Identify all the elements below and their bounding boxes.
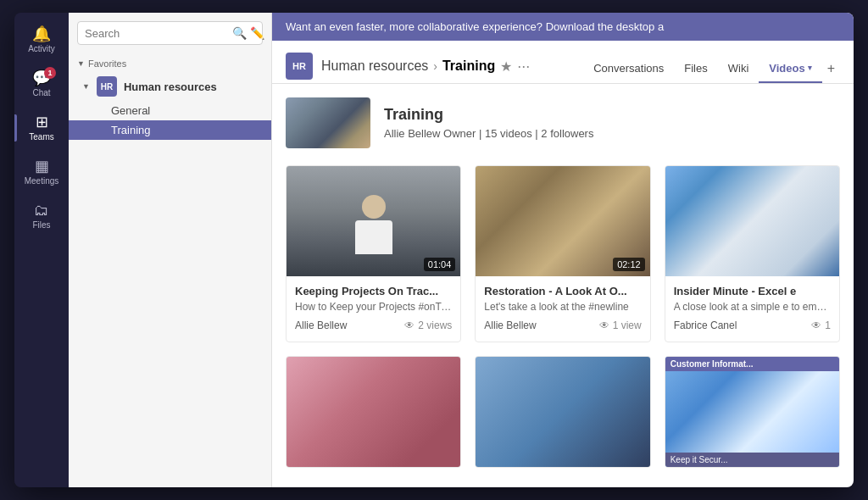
eye-icon-1: 👁 bbox=[404, 319, 415, 331]
channel-team-name: Human resources bbox=[321, 58, 428, 74]
customer-info-overlay: Customer Informat... bbox=[665, 357, 839, 371]
video-author-2: Allie Bellew bbox=[484, 319, 536, 331]
video-footer-1: Allie Bellew 👁 2 views bbox=[295, 319, 452, 331]
sidebar-item-activity[interactable]: 🔔 Activity bbox=[14, 19, 69, 60]
chevron-down-icon: ▼ bbox=[77, 59, 85, 68]
video-views-1: 👁 2 views bbox=[404, 319, 452, 331]
video-title-1: Keeping Projects On Trac... bbox=[295, 285, 452, 297]
tab-files[interactable]: Files bbox=[674, 55, 717, 83]
team-avatar: HR bbox=[97, 76, 117, 97]
meetings-icon: ▦ bbox=[35, 158, 49, 174]
files-icon: 🗂 bbox=[34, 203, 49, 218]
team-name: Human resources bbox=[124, 81, 245, 93]
search-input[interactable] bbox=[85, 27, 227, 40]
banner-thumbnail bbox=[286, 97, 370, 148]
search-bar: 🔍 ✏️ bbox=[77, 21, 263, 45]
tab-videos[interactable]: Videos ▾ bbox=[759, 55, 821, 83]
videos-grid: 01:04 Keeping Projects On Trac... How to… bbox=[286, 165, 840, 342]
video-thumbnail-4 bbox=[287, 357, 460, 467]
chevron-team-icon: ▼ bbox=[82, 82, 90, 91]
star-icon[interactable]: ★ bbox=[500, 58, 512, 75]
chevron-down-icon: ▾ bbox=[808, 64, 812, 72]
channel-panel: 🔍 ✏️ ▼ Favorites ▼ HR Human resources ··… bbox=[69, 13, 272, 487]
channel-title: Human resources › Training ★ ··· bbox=[321, 58, 575, 75]
channel-banner: Training Allie Bellew Owner | 15 videos … bbox=[286, 97, 840, 148]
channel-training[interactable]: Training bbox=[69, 120, 271, 140]
video-card-4[interactable] bbox=[286, 356, 461, 468]
compose-icon[interactable]: ✏️ bbox=[250, 26, 264, 40]
favorites-section: ▼ Favorites ▼ HR Human resources ··· Gen… bbox=[69, 50, 271, 145]
video-footer-3: Fabrice Canel 👁 1 bbox=[674, 319, 831, 331]
keep-secure-bar: Keep it Secur... bbox=[665, 453, 839, 467]
person-figure bbox=[353, 195, 395, 254]
video-thumbnail-5 bbox=[476, 357, 649, 467]
team-human-resources[interactable]: ▼ HR Human resources ··· bbox=[69, 72, 271, 101]
video-title-3: Insider Minute - Excel e bbox=[674, 285, 831, 297]
person-head bbox=[362, 195, 386, 219]
video-thumbnail-1: 01:04 bbox=[287, 166, 460, 276]
sidebar-item-chat[interactable]: 💬 1 Chat bbox=[14, 64, 69, 104]
video-card-5[interactable] bbox=[475, 356, 650, 468]
eye-icon-2: 👁 bbox=[599, 319, 609, 331]
announcement-text: Want an even faster, more collaborative … bbox=[286, 20, 664, 33]
channel-path: Human resources › Training bbox=[321, 58, 495, 74]
search-icons: 🔍 ✏️ bbox=[232, 26, 264, 40]
sidebar-item-meetings[interactable]: ▦ Meetings bbox=[14, 152, 69, 192]
announcement-bar: Want an even faster, more collaborative … bbox=[272, 13, 854, 41]
main-content: Want an even faster, more collaborative … bbox=[272, 13, 854, 487]
chat-icon: 💬 1 bbox=[32, 70, 51, 86]
bottom-row: Customer Informat... Keep it Secur... bbox=[286, 356, 840, 468]
files-label: Files bbox=[32, 220, 50, 230]
tab-add-button[interactable]: + bbox=[822, 54, 840, 83]
video-info-3: Insider Minute - Excel e A close look at… bbox=[665, 276, 839, 342]
video-thumbnail-2: 02:12 bbox=[476, 166, 649, 276]
channel-avatar-text: HR bbox=[292, 61, 306, 71]
sidebar-rail: 🔔 Activity 💬 1 Chat ⊞ Teams ▦ Meetings 🗂… bbox=[14, 13, 69, 487]
video-desc-3: A close look at a simple e to embed an E… bbox=[674, 301, 831, 313]
more-options-icon[interactable]: ··· bbox=[517, 58, 530, 75]
activity-icon: 🔔 bbox=[32, 26, 51, 42]
video-author-3: Fabrice Canel bbox=[674, 319, 737, 331]
video-views-3: 👁 1 bbox=[811, 319, 831, 331]
video-card-3[interactable]: Insider Minute - Excel e A close look at… bbox=[665, 165, 840, 342]
teams-icon: ⊞ bbox=[36, 114, 48, 130]
tab-wiki[interactable]: Wiki bbox=[718, 55, 760, 83]
video-views-2: 👁 1 view bbox=[599, 319, 642, 331]
channel-training-label: Training bbox=[111, 124, 150, 136]
video-card-2[interactable]: 02:12 Restoration - A Look At O... Let's… bbox=[475, 165, 650, 342]
video-card-6[interactable]: Customer Informat... Keep it Secur... bbox=[665, 356, 840, 468]
video-card-1[interactable]: 01:04 Keeping Projects On Trac... How to… bbox=[286, 165, 461, 342]
chat-label: Chat bbox=[32, 88, 50, 97]
video-info-1: Keeping Projects On Trac... How to Keep … bbox=[287, 276, 460, 342]
sidebar-item-teams[interactable]: ⊞ Teams bbox=[14, 108, 69, 148]
videos-area: Training Allie Bellew Owner | 15 videos … bbox=[272, 84, 854, 487]
activity-label: Activity bbox=[28, 44, 55, 53]
video-author-1: Allie Bellew bbox=[295, 319, 347, 331]
tabs-row: Conversations Files Wiki Videos ▾ + bbox=[583, 54, 840, 83]
banner-followers: 2 followers bbox=[541, 127, 593, 140]
banner-video-count: 15 videos bbox=[485, 127, 532, 140]
banner-title: Training bbox=[384, 106, 593, 124]
teams-label: Teams bbox=[29, 132, 53, 142]
video-thumbnail-6: Customer Informat... Keep it Secur... bbox=[665, 357, 839, 467]
team-avatar-text: HR bbox=[101, 82, 113, 92]
video-duration-1: 01:04 bbox=[424, 258, 456, 271]
banner-owner-role: Owner bbox=[443, 127, 476, 140]
banner-owner: Allie Bellew bbox=[384, 127, 440, 140]
channel-header: HR Human resources › Training ★ ··· Conv… bbox=[272, 41, 854, 84]
banner-info: Training Allie Bellew Owner | 15 videos … bbox=[384, 106, 593, 140]
sidebar-item-files[interactable]: 🗂 Files bbox=[14, 196, 69, 236]
channel-general-label: General bbox=[111, 104, 150, 117]
channel-general[interactable]: General bbox=[69, 101, 271, 120]
video-thumbnail-3 bbox=[665, 166, 839, 276]
search-icon[interactable]: 🔍 bbox=[232, 26, 247, 40]
channel-avatar: HR bbox=[286, 53, 313, 80]
favorites-header[interactable]: ▼ Favorites bbox=[69, 55, 271, 72]
tab-conversations[interactable]: Conversations bbox=[583, 55, 674, 83]
video-duration-2: 02:12 bbox=[613, 258, 645, 271]
video-title-2: Restoration - A Look At O... bbox=[484, 285, 641, 297]
meetings-label: Meetings bbox=[25, 176, 59, 186]
video-footer-2: Allie Bellew 👁 1 view bbox=[484, 319, 641, 331]
video-info-2: Restoration - A Look At O... Let's take … bbox=[476, 276, 649, 342]
video-desc-1: How to Keep your Projects #onTrack bbox=[295, 301, 452, 313]
